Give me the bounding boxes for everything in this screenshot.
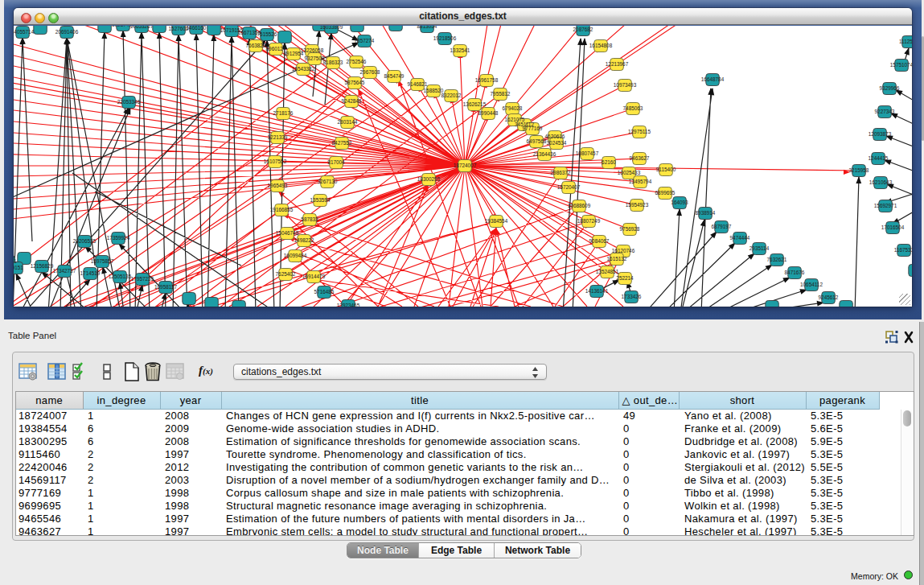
svg-text:16033809: 16033809 xyxy=(320,26,343,30)
svg-text:16099484: 16099484 xyxy=(284,253,307,258)
svg-text:13495794: 13495794 xyxy=(629,179,652,184)
svg-text:164093: 164093 xyxy=(671,200,688,205)
svg-text:3267130: 3267130 xyxy=(318,179,338,184)
svg-text:4620616: 4620616 xyxy=(545,134,565,139)
svg-text:7632621: 7632621 xyxy=(767,257,787,262)
svg-text:2803144: 2803144 xyxy=(338,119,358,125)
svg-text:6497568: 6497568 xyxy=(527,138,547,144)
svg-text:17359924: 17359924 xyxy=(107,235,130,241)
svg-text:12213967: 12213967 xyxy=(606,61,629,67)
svg-text:1332541: 1332541 xyxy=(450,47,470,53)
svg-text:15975857: 15975857 xyxy=(91,258,114,264)
svg-text:15720407: 15720407 xyxy=(557,184,581,190)
svg-text:7663822: 7663822 xyxy=(246,43,266,48)
svg-text:7515526: 7515526 xyxy=(257,31,277,37)
svg-text:10688609: 10688609 xyxy=(568,203,591,208)
svg-text:9146821: 9146821 xyxy=(408,81,428,87)
svg-text:587833: 587833 xyxy=(301,216,318,222)
svg-text:10973493: 10973493 xyxy=(614,82,637,88)
svg-text:9242848: 9242848 xyxy=(342,98,362,104)
svg-text:3215958: 3215958 xyxy=(849,167,869,173)
svg-text:6899695: 6899695 xyxy=(655,190,676,196)
svg-text:22053346: 22053346 xyxy=(117,99,141,105)
svg-text:18724007: 18724007 xyxy=(454,163,477,168)
svg-text:1244415: 1244415 xyxy=(869,155,889,161)
svg-text:2986372: 2986372 xyxy=(551,170,571,175)
svg-text:1498222: 1498222 xyxy=(294,237,314,243)
svg-text:10653267: 10653267 xyxy=(130,26,154,29)
svg-text:8427552: 8427552 xyxy=(332,140,352,146)
svg-text:5875645: 5875645 xyxy=(345,80,365,85)
svg-text:9463627: 9463627 xyxy=(630,155,650,161)
svg-text:7485063: 7485063 xyxy=(623,105,643,111)
svg-text:18300295: 18300295 xyxy=(417,176,441,182)
svg-text:9474444: 9474444 xyxy=(730,235,750,241)
svg-text:15954923: 15954923 xyxy=(626,202,649,208)
svg-text:13524851: 13524851 xyxy=(596,269,619,274)
svg-text:9084067: 9084067 xyxy=(589,238,610,244)
svg-text:6466160: 6466160 xyxy=(187,26,207,31)
svg-text:16154808: 16154808 xyxy=(589,43,613,48)
svg-text:16210643: 16210643 xyxy=(869,179,893,185)
svg-text:10025433: 10025433 xyxy=(618,170,641,175)
svg-text:1221339: 1221339 xyxy=(268,134,288,140)
svg-text:2935114: 2935114 xyxy=(749,245,770,251)
svg-text:16107552: 16107552 xyxy=(264,159,287,164)
svg-text:2087682: 2087682 xyxy=(573,27,593,32)
svg-text:18807249: 18807249 xyxy=(577,218,601,224)
svg-text:2967608: 2967608 xyxy=(360,69,380,75)
svg-text:12975115: 12975115 xyxy=(628,129,651,134)
svg-text:6794028: 6794028 xyxy=(503,105,523,111)
svg-text:1615132: 1615132 xyxy=(607,256,627,262)
svg-text:8186323: 8186323 xyxy=(323,60,343,65)
svg-text:10654112: 10654112 xyxy=(800,282,823,287)
svg-text:465001: 465001 xyxy=(14,258,17,264)
svg-text:19218506: 19218506 xyxy=(433,35,457,41)
svg-text:17016504: 17016504 xyxy=(881,225,905,230)
svg-text:10958117: 10958117 xyxy=(154,284,177,290)
svg-text:2718176: 2718176 xyxy=(273,110,294,116)
svg-text:17342737: 17342737 xyxy=(53,268,76,274)
svg-text:1353594: 1353594 xyxy=(310,197,331,203)
svg-text:15751074: 15751074 xyxy=(890,62,912,68)
svg-text:1714519: 1714519 xyxy=(80,270,101,276)
svg-text:20691406: 20691406 xyxy=(55,29,79,35)
svg-text:8938914: 8938914 xyxy=(696,210,716,216)
svg-text:1112549: 1112549 xyxy=(899,39,912,44)
svg-text:15692971: 15692971 xyxy=(874,203,897,208)
svg-text:16914479: 16914479 xyxy=(302,274,326,279)
svg-text:8322012: 8322012 xyxy=(441,93,462,98)
svg-text:5716485: 5716485 xyxy=(314,289,335,295)
svg-text:6879197: 6879197 xyxy=(712,224,732,229)
svg-text:16648784: 16648784 xyxy=(701,76,725,82)
svg-text:12923465: 12923465 xyxy=(337,303,360,307)
svg-text:1965493: 1965493 xyxy=(268,183,288,188)
svg-text:15046748: 15046748 xyxy=(276,230,299,236)
svg-text:8990448: 8990448 xyxy=(478,110,499,116)
svg-text:7955812: 7955812 xyxy=(491,91,511,97)
svg-text:62160: 62160 xyxy=(602,159,616,165)
svg-text:14055714: 14055714 xyxy=(14,29,35,35)
svg-text:19166855: 19166855 xyxy=(270,207,294,212)
svg-text:13226058: 13226058 xyxy=(301,47,324,53)
svg-text:16120746: 16120746 xyxy=(612,248,635,253)
svg-text:17957235: 17957235 xyxy=(131,276,154,282)
svg-text:7857274: 7857274 xyxy=(355,38,375,43)
svg-text:8454749: 8454749 xyxy=(384,73,405,79)
svg-text:39151: 39151 xyxy=(14,265,23,270)
svg-text:252214: 252214 xyxy=(616,275,634,281)
svg-text:21364436: 21364436 xyxy=(533,151,556,157)
svg-text:20206535: 20206535 xyxy=(73,238,97,244)
svg-text:12156829: 12156829 xyxy=(31,263,54,269)
svg-text:10807457: 10807457 xyxy=(576,150,599,156)
svg-text:19384554: 19384554 xyxy=(485,218,508,224)
svg-text:16961758: 16961758 xyxy=(475,77,499,83)
svg-text:3024534: 3024534 xyxy=(547,140,567,146)
svg-text:12505135: 12505135 xyxy=(109,274,132,279)
svg-text:9777169: 9777169 xyxy=(523,126,543,131)
svg-text:817004: 817004 xyxy=(327,159,345,165)
svg-text:13626215: 13626215 xyxy=(463,101,487,107)
svg-text:8813054: 8813054 xyxy=(417,26,437,29)
svg-text:9115400: 9115400 xyxy=(656,167,676,172)
svg-text:1733426: 1733426 xyxy=(622,294,642,299)
